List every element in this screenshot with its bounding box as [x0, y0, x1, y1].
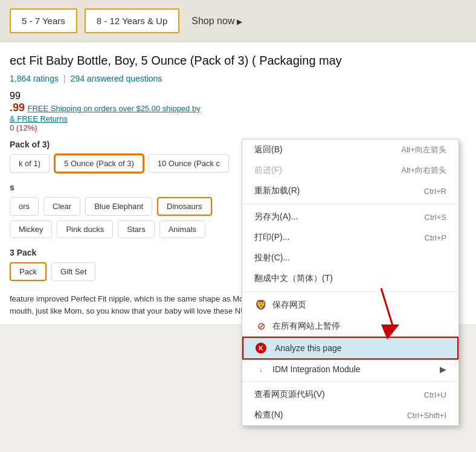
age-btn-5-7[interactable]: 5 - 7 Years: [10, 8, 77, 33]
menu-item-cast[interactable]: 投射(C)...: [242, 248, 458, 268]
menu-print-label: 打印(P)...: [254, 232, 289, 243]
menu-reload-shortcut: Ctrl+R: [424, 187, 446, 196]
variant-pack3[interactable]: 5 Ounce (Pack of 3): [54, 154, 144, 173]
menu-cast-label: 投射(C)...: [254, 253, 290, 263]
menu-translate-label: 翻成中文（简体）(T): [254, 273, 333, 284]
menu-viewsource-shortcut: Ctrl+U: [424, 390, 446, 399]
menu-idm-label: IDM Integration Module: [272, 364, 361, 374]
analyze-container: K Analyze this page: [242, 337, 458, 360]
menu-item-print[interactable]: 打印(P)... Ctrl+P: [242, 227, 458, 248]
submenu-arrow-icon: ▶: [440, 364, 446, 374]
menu-analyze-label: Analyze this page: [275, 343, 342, 353]
menu-item-analyze[interactable]: K Analyze this page: [242, 337, 458, 360]
pack-btn[interactable]: Pack: [10, 262, 47, 281]
menu-viewsource-label: 查看网页源代码(V): [254, 389, 325, 400]
separator: |: [63, 74, 66, 83]
shop-now-link[interactable]: Shop now: [191, 16, 242, 27]
menu-item-inspect[interactable]: 检查(N) Ctrl+Shift+I: [242, 405, 458, 425]
karma-icon: K: [256, 343, 266, 354]
color-ors[interactable]: ors: [10, 197, 39, 216]
free-returns: & FREE Returns: [10, 114, 466, 123]
price-section: 99 .99 FREE Shipping on orders over $25.…: [0, 88, 476, 135]
idm-icon: ↓: [254, 364, 268, 374]
gift-set-btn[interactable]: Gift Set: [51, 262, 95, 281]
variant-pack10[interactable]: 10 Ounce (Pack c: [149, 154, 229, 173]
context-menu: 返回(B) Alt+向左箭头 前进(F) Alt+向右箭头 重新加载(R) Ct…: [242, 139, 459, 426]
menu-print-shortcut: Ctrl+P: [425, 233, 446, 242]
free-shipping-text: FREE Shipping on orders over $25.00 ship…: [27, 104, 200, 113]
price-main: .99 FREE Shipping on orders over $25.00 …: [10, 102, 466, 114]
free-returns-link[interactable]: & FREE Returns: [10, 114, 68, 123]
color-clear[interactable]: Clear: [43, 197, 80, 216]
free-shipping-link[interactable]: FREE Shipping on orders over $25.00 ship…: [27, 104, 200, 113]
color-pink-ducks[interactable]: Pink ducks: [57, 221, 113, 238]
color-animals[interactable]: Animals: [159, 221, 205, 238]
menu-divider-1: [242, 204, 458, 204]
menu-inspect-shortcut: Ctrl+Shift+I: [407, 411, 446, 420]
age-btn-8-12[interactable]: 8 - 12 Years & Up: [85, 8, 180, 33]
product-title: ect Fit Baby Bottle, Boy, 5 Ounce (Pack …: [0, 52, 476, 69]
menu-divider-3: [242, 381, 458, 382]
color-mickey[interactable]: Mickey: [10, 221, 52, 238]
menu-item-saveas[interactable]: 另存为(A)... Ctrl+S: [242, 207, 458, 227]
menu-item-idm[interactable]: ↓ IDM Integration Module ▶: [242, 360, 458, 379]
menu-divider-2: [242, 291, 458, 292]
menu-item-forward: 前进(F) Alt+向右箭头: [242, 160, 458, 181]
price-main-text: .99: [10, 102, 25, 114]
menu-item-translate[interactable]: 翻成中文（简体）(T): [242, 268, 458, 289]
menu-back-shortcut: Alt+向左箭头: [401, 144, 446, 155]
color-stars[interactable]: Stars: [118, 221, 154, 238]
menu-item-pause[interactable]: ⊘ 在所有网站上暂停: [242, 315, 458, 337]
brave-pause-icon: ⊘: [254, 320, 268, 332]
color-dinosaurs[interactable]: Dinosaurs: [157, 197, 212, 216]
menu-saveas-shortcut: Ctrl+S: [425, 213, 446, 222]
menu-back-label: 返回(B): [254, 144, 283, 155]
menu-saveas-label: 另存为(A)...: [254, 211, 298, 222]
menu-reload-label: 重新加载(R): [254, 186, 300, 196]
menu-inspect-label: 检查(N): [254, 410, 283, 421]
menu-item-reload[interactable]: 重新加载(R) Ctrl+R: [242, 181, 458, 201]
menu-item-view-source[interactable]: 查看网页源代码(V) Ctrl+U: [242, 384, 458, 405]
description-line2: mouth, just like Mom, so you know that y…: [10, 306, 277, 315]
menu-savepage-label: 保存网页: [272, 300, 306, 311]
age-bar: 5 - 7 Years 8 - 12 Years & Up Shop now: [0, 0, 476, 42]
menu-forward-shortcut: Alt+向右箭头: [401, 165, 446, 176]
price-crossed: 99: [10, 91, 466, 102]
menu-pause-label: 在所有网站上暂停: [272, 321, 340, 332]
ratings-row: 1,864 ratings | 294 answered questions: [0, 74, 476, 88]
menu-item-save-page[interactable]: 🦁 保存网页: [242, 294, 458, 315]
answered-link[interactable]: 294 answered questions: [71, 74, 162, 83]
brave-icon: 🦁: [254, 299, 268, 311]
variant-pack1[interactable]: k of 1): [10, 154, 50, 173]
discount-badge: 0 (12%): [10, 123, 466, 132]
menu-item-back[interactable]: 返回(B) Alt+向左箭头: [242, 140, 458, 160]
price-crossed-text: 99: [10, 91, 21, 101]
menu-forward-label: 前进(F): [254, 165, 282, 176]
color-blue-elephant[interactable]: Blue Elephant: [85, 197, 152, 216]
ratings-link[interactable]: 1,864 ratings: [10, 74, 59, 83]
